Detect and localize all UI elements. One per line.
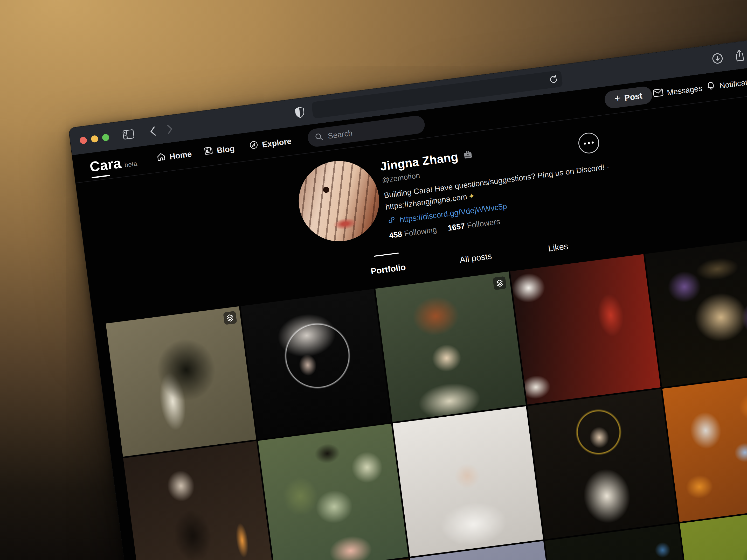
nav-label: Blog xyxy=(216,144,235,155)
plus-icon: + xyxy=(614,92,621,104)
notifications-label: Notifications xyxy=(719,76,747,90)
search-input[interactable] xyxy=(327,119,428,141)
explore-icon xyxy=(249,139,259,152)
blog-icon xyxy=(203,145,214,158)
nav-item-explore[interactable]: Explore xyxy=(248,127,293,160)
portfolio-thumbnail-white-haired-goth-halo[interactable] xyxy=(240,289,391,439)
portfolio-thumbnail-petal-covered-face[interactable] xyxy=(393,406,543,557)
followers-count[interactable]: 1657 xyxy=(447,222,465,232)
messages-link[interactable]: Messages xyxy=(651,74,704,108)
following-count[interactable]: 458 xyxy=(389,230,403,240)
envelope-icon xyxy=(652,88,664,100)
multi-image-stack-icon xyxy=(223,311,237,325)
ellipsis-dot xyxy=(591,141,594,144)
portfolio-grid xyxy=(106,219,747,560)
back-arrow-icon[interactable] xyxy=(146,124,160,138)
close-button[interactable] xyxy=(79,136,87,144)
profile-avatar[interactable] xyxy=(294,156,384,246)
multi-image-stack-icon xyxy=(493,276,507,290)
ellipsis-dot xyxy=(584,142,586,145)
logo-text: Cara xyxy=(89,155,122,175)
forward-arrow-icon[interactable] xyxy=(163,122,177,136)
privacy-shield-icon[interactable] xyxy=(293,105,307,119)
tab-likes[interactable]: Likes xyxy=(544,231,571,254)
zoom-button[interactable] xyxy=(102,134,109,141)
portfolio-thumbnail-nude-among-bellflowers[interactable] xyxy=(645,237,747,387)
sidebar-toggle-icon[interactable] xyxy=(121,128,135,141)
download-icon[interactable] xyxy=(711,52,724,65)
tab-all-posts[interactable]: All posts xyxy=(458,241,493,265)
portfolio-thumbnail-hanfu-woman-round-fan[interactable] xyxy=(258,424,408,560)
following-label[interactable]: Following xyxy=(404,225,437,238)
chain-link-icon xyxy=(387,215,397,226)
post-button-label: Post xyxy=(624,91,643,103)
followers-label[interactable]: Followers xyxy=(467,217,501,230)
home-icon xyxy=(156,152,166,164)
briefcase-badge-icon xyxy=(462,149,473,161)
tab-portfolio[interactable]: Portfolio xyxy=(369,252,407,276)
portfolio-thumbnail-redhead-girl-floral-dress[interactable] xyxy=(375,271,526,422)
messages-label: Messages xyxy=(666,84,703,97)
minimize-button[interactable] xyxy=(91,135,99,143)
reload-icon[interactable] xyxy=(544,70,563,89)
portfolio-thumbnail-white-dress-gold-halo[interactable] xyxy=(527,389,678,539)
nav-item-home[interactable]: Home xyxy=(155,140,194,172)
active-tab-indicator xyxy=(374,252,399,257)
portfolio-thumbnail-braided-woman-snake-dress-candle[interactable] xyxy=(123,441,274,560)
search-icon xyxy=(314,132,324,143)
ellipsis-dot xyxy=(588,142,590,144)
bell-icon xyxy=(705,80,716,93)
portfolio-thumbnail-dancer-in-red[interactable] xyxy=(510,254,661,404)
nav-item-blog[interactable]: Blog xyxy=(202,135,236,166)
cara-logo[interactable]: Cara beta xyxy=(89,153,138,175)
portfolio-thumbnail-woman-in-white-gown-concrete-window[interactable] xyxy=(106,306,256,457)
nav-label: Explore xyxy=(261,136,292,149)
post-button[interactable]: + Post xyxy=(603,85,653,109)
beta-badge: beta xyxy=(124,160,137,169)
share-icon[interactable] xyxy=(733,49,747,63)
nav-label: Home xyxy=(169,149,192,161)
sparkle-icon: ✦ xyxy=(468,192,475,201)
